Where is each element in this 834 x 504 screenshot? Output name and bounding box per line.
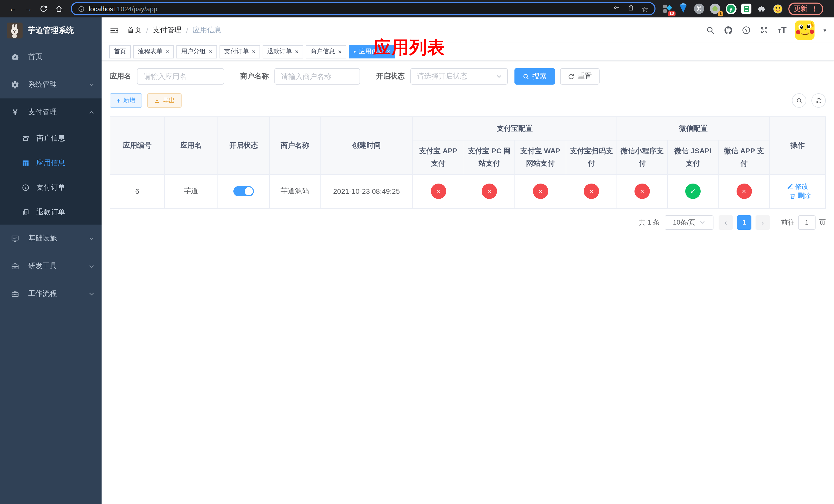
tab-merchant-info[interactable]: 商户信息 × — [306, 45, 346, 58]
toggle-search-button[interactable] — [792, 93, 806, 108]
screen: ← → localhost:1024/pay/app ☆ — [0, 0, 834, 504]
refresh-table-button[interactable] — [811, 93, 826, 108]
sidebar-item-home[interactable]: 首页 — [0, 43, 102, 71]
github-icon[interactable] — [724, 26, 733, 35]
sidebar-fold-icon[interactable] — [109, 25, 119, 35]
tab-pay-orders[interactable]: 支付订单 × — [220, 45, 260, 58]
browser-menu-icon[interactable]: ⋮ — [811, 5, 818, 13]
forward-icon[interactable]: → — [21, 2, 36, 15]
breadcrumb-payment[interactable]: 支付管理 — [153, 26, 181, 35]
app-name-label: 应用名 — [110, 72, 131, 81]
col-alipay-qr: 支付宝扫码支付 — [566, 140, 617, 174]
sidebar-item-pay-orders[interactable]: ¥ 支付订单 — [0, 175, 102, 200]
cell-app-id: 6 — [110, 174, 164, 208]
export-button[interactable]: 导出 — [147, 93, 181, 108]
tab-refund-orders[interactable]: 退款订单 × — [263, 45, 303, 58]
extension-target-icon[interactable]: 1 — [709, 3, 721, 14]
alipay-app-disabled-badge: × — [431, 184, 446, 199]
breadcrumb-home[interactable]: 首页 — [127, 26, 141, 35]
extension-y-icon[interactable]: y — [725, 3, 737, 14]
extension-area: 10 ⌘ 1 y — [662, 3, 783, 14]
status-toggle[interactable] — [233, 186, 254, 197]
svg-text:?: ? — [745, 28, 748, 32]
merchant-name-label: 商户名称 — [240, 72, 269, 81]
sidebar-item-system[interactable]: 系统管理 — [0, 71, 102, 98]
extension-blocks-icon[interactable]: 10 — [662, 3, 673, 14]
merchant-name-input[interactable] — [275, 68, 360, 85]
close-icon: × — [487, 187, 491, 196]
cell-actions: 修改 删除 — [770, 174, 826, 208]
sidebar-item-infra[interactable]: 基础设施 — [0, 225, 102, 252]
delete-link[interactable]: 删除 — [789, 191, 811, 201]
next-page-button[interactable]: › — [755, 215, 770, 229]
app-logo-row[interactable]: 芋道管理系统 — [0, 18, 102, 43]
group-wechat: 微信配置 — [617, 117, 770, 140]
site-info-icon[interactable] — [78, 5, 85, 12]
back-icon[interactable]: ← — [5, 2, 21, 15]
extensions-puzzle-icon[interactable] — [756, 3, 767, 14]
sidebar-item-merchant-info[interactable]: 商户信息 — [0, 126, 102, 151]
cell-merchant: 芋道源码 — [269, 174, 320, 208]
browser-update-button[interactable]: 更新 ⋮ — [788, 2, 823, 15]
extension-command-icon[interactable]: ⌘ — [694, 3, 705, 14]
page-content: 应用名 商户名称 开启状态 请选择开启状态 搜索 重置 — [102, 61, 834, 504]
avatar-caret-icon[interactable]: ▾ — [824, 27, 826, 33]
browser-toolbar: ← → localhost:1024/pay/app ☆ — [0, 0, 834, 18]
chevron-down-icon — [89, 263, 94, 269]
goto-unit: 页 — [819, 217, 826, 227]
url-host: localhost — [89, 5, 115, 13]
alipay-pc-disabled-badge: × — [482, 184, 497, 199]
prev-page-button[interactable]: ‹ — [719, 215, 733, 229]
tab-user-group[interactable]: 用户分组 × — [176, 45, 217, 58]
extension-notes-icon[interactable] — [741, 4, 751, 14]
user-avatar[interactable] — [795, 21, 815, 40]
alipay-qr-disabled-badge: × — [584, 184, 599, 199]
close-icon[interactable]: × — [166, 48, 169, 54]
search-icon[interactable] — [706, 26, 715, 35]
tab-process-form[interactable]: 流程表单 × — [133, 45, 174, 58]
edit-link[interactable]: 修改 — [787, 182, 808, 191]
extension-gem-icon[interactable] — [678, 3, 689, 14]
search-icon — [796, 97, 803, 104]
reload-icon[interactable] — [36, 2, 51, 15]
close-icon[interactable]: × — [338, 48, 342, 54]
goto-label: 前往 — [781, 217, 794, 227]
url-bar[interactable]: localhost:1024/pay/app ☆ — [71, 2, 656, 15]
app-name-input[interactable] — [137, 68, 224, 85]
chevron-down-icon — [496, 73, 502, 79]
close-icon[interactable]: × — [209, 48, 212, 54]
sidebar-item-refund-orders[interactable]: 退款订单 — [0, 200, 102, 225]
reset-button[interactable]: 重置 — [560, 68, 599, 85]
close-icon[interactable]: × — [252, 48, 256, 54]
help-icon[interactable]: ? — [742, 26, 751, 35]
col-alipay-wap: 支付宝 WAP 网站支付 — [515, 140, 566, 174]
goto-page-input[interactable] — [798, 215, 815, 229]
sidebar-item-workflow[interactable]: 工作流程 — [0, 280, 102, 307]
tab-home[interactable]: 首页 — [109, 45, 131, 58]
profile-smiley-icon[interactable] — [772, 3, 783, 14]
share-icon[interactable] — [627, 4, 634, 13]
add-button[interactable]: + 新增 — [110, 93, 142, 108]
refresh-icon — [568, 73, 574, 80]
col-merchant: 商户名称 — [269, 117, 320, 174]
coin-icon: ¥ — [22, 184, 30, 192]
password-key-icon[interactable] — [613, 4, 620, 13]
close-icon[interactable]: × — [295, 48, 299, 54]
bookmark-star-icon[interactable]: ☆ — [641, 5, 648, 13]
page-number-1[interactable]: 1 — [737, 215, 751, 229]
sidebar-item-payment[interactable]: ¥ 支付管理 — [0, 98, 102, 126]
font-size-icon[interactable]: TT — [778, 25, 787, 36]
status-select[interactable]: 请选择开启状态 — [410, 68, 508, 85]
search-form: 应用名 商户名称 开启状态 请选择开启状态 搜索 重置 — [110, 68, 826, 85]
fullscreen-icon[interactable] — [760, 26, 769, 35]
sidebar-item-dev-tools[interactable]: 研发工具 — [0, 252, 102, 280]
search-button[interactable]: 搜索 — [514, 68, 555, 85]
sidebar-item-label: 基础设施 — [28, 234, 57, 243]
check-icon: ✓ — [690, 187, 696, 196]
breadcrumb-current: 应用信息 — [193, 26, 222, 35]
chevron-down-icon — [89, 82, 94, 87]
page-size-select[interactable]: 10条/页 — [665, 215, 714, 229]
browser-home-icon[interactable] — [51, 2, 67, 15]
col-wechat-app: 微信 APP 支付 — [718, 140, 770, 174]
sidebar-item-app-info[interactable]: 应用信息 — [0, 151, 102, 175]
